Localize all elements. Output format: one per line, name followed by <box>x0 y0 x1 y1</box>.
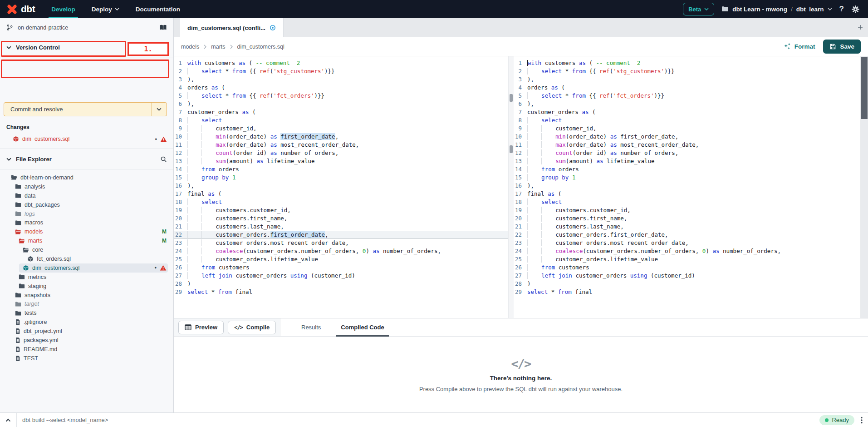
scrollbar-thumb[interactable] <box>510 145 513 153</box>
code-line[interactable]: 16), <box>174 182 508 190</box>
code-line[interactable]: 10 min(order_date) as first_order_date, <box>514 133 860 141</box>
tree-item-packages-yml[interactable]: packages.yml <box>11 336 168 345</box>
nav-develop[interactable]: Develop <box>43 0 83 18</box>
save-button[interactable]: Save <box>823 40 861 54</box>
code-line[interactable]: 7customer_orders as ( <box>514 108 860 116</box>
editor-left-scrollbar[interactable] <box>508 56 514 318</box>
tree-item-analysis[interactable]: analysis <box>11 182 168 191</box>
breadcrumb-item[interactable]: marts <box>211 44 225 50</box>
tree-item-metrics[interactable]: metrics <box>15 273 168 282</box>
scrollbar-thumb[interactable] <box>861 57 868 119</box>
beta-button[interactable]: Beta <box>683 3 714 15</box>
tree-item-target[interactable]: target <box>11 299 168 308</box>
code-line[interactable]: 24 coalesce(customer_orders.number_of_or… <box>174 247 508 255</box>
settings-gear-icon[interactable] <box>851 5 860 14</box>
code-line[interactable]: 21 customers.last_name, <box>514 223 860 231</box>
code-line[interactable]: 10 min(order_date) as first_order_date, <box>174 133 508 141</box>
tree-item-dbt-learn-on-demand[interactable]: dbt-learn-on-demand <box>7 173 168 182</box>
commit-dropdown-toggle[interactable] <box>151 103 167 116</box>
code-line[interactable]: 6), <box>514 100 860 108</box>
tree-item-snapshots[interactable]: snapshots <box>11 291 168 300</box>
code-line[interactable]: 12 count(order_id) as number_of_orders, <box>514 149 860 157</box>
code-line[interactable]: 2 select * from {{ ref('stg_customers')}… <box>174 67 508 75</box>
code-line[interactable]: 1with customers as ( -- comment 2 <box>174 59 508 67</box>
code-line[interactable]: 8 select <box>174 116 508 124</box>
code-line[interactable]: 29select * from final <box>174 288 508 296</box>
editor-pane-right[interactable]: 1with customers as ( -- comment 22 selec… <box>514 56 860 318</box>
command-input[interactable]: dbt build --select <model_name> <box>22 417 108 423</box>
code-line[interactable]: 28) <box>514 280 860 288</box>
code-line[interactable]: 12 count(order_id) as number_of_orders, <box>174 149 508 157</box>
code-line[interactable]: 14 from orders <box>174 165 508 174</box>
code-line[interactable]: 9 customer_id, <box>174 124 508 133</box>
code-line[interactable]: 14 from orders <box>514 165 860 174</box>
code-line[interactable]: 17final as ( <box>514 190 860 198</box>
nav-documentation[interactable]: Documentation <box>128 0 188 18</box>
code-line[interactable]: 19 customers.customer_id, <box>514 206 860 214</box>
tree-item-dbt-packages[interactable]: dbt_packages <box>11 200 168 209</box>
code-line[interactable]: 21 customers.last_name, <box>174 223 508 231</box>
dbt-logo[interactable]: dbt <box>0 4 43 15</box>
chevron-up-icon[interactable] <box>5 418 11 422</box>
code-line[interactable]: 24 coalesce(customer_orders.number_of_or… <box>514 247 860 255</box>
code-line[interactable]: 18 select <box>514 198 860 206</box>
preview-button[interactable]: Preview <box>178 321 224 334</box>
new-tab-plus-icon[interactable] <box>857 24 863 30</box>
scrollbar-thumb[interactable] <box>510 94 513 102</box>
format-button[interactable]: Format <box>783 43 815 50</box>
tree-item-readme-md[interactable]: README.md <box>11 345 168 354</box>
code-line[interactable]: 7customer_orders as ( <box>174 108 508 116</box>
code-line[interactable]: 25 customer_orders.lifetime_value <box>174 255 508 263</box>
code-line[interactable]: 13 sum(amount) as lifetime_value <box>514 157 860 165</box>
branch-selector[interactable]: on-demand-practice <box>0 18 173 37</box>
code-line[interactable]: 29select * from final <box>514 288 860 296</box>
code-line[interactable]: 25 customer_orders.lifetime_value <box>514 255 860 263</box>
code-line[interactable]: 5 select * from {{ ref('fct_orders')}} <box>514 92 860 100</box>
code-line[interactable]: 27 left join customer_orders using (cust… <box>174 272 508 280</box>
code-line[interactable]: 22 customer_orders.first_order_date, <box>174 231 508 239</box>
nav-deploy[interactable]: Deploy <box>83 0 128 18</box>
code-line[interactable]: 15 group by 1 <box>514 174 860 182</box>
code-line[interactable]: 11 max(order_date) as most_recent_order_… <box>174 141 508 149</box>
code-line[interactable]: 20 customers.first_name, <box>174 214 508 223</box>
code-line[interactable]: 26 from customers <box>174 263 508 272</box>
compile-button[interactable]: </> Compile <box>228 321 276 334</box>
commit-and-resolve-button[interactable]: Commit and resolve <box>4 102 167 116</box>
tree-item-marts[interactable]: martsM <box>15 236 168 245</box>
tree-item-dbt-project-yml[interactable]: dbt_project.yml <box>11 327 168 336</box>
code-line[interactable]: 11 max(order_date) as most_recent_order_… <box>514 141 860 149</box>
tree-item-core[interactable]: core <box>19 245 168 254</box>
code-line[interactable]: 18 select <box>174 198 508 206</box>
tree-item--gitignore[interactable]: .gitignore <box>11 318 168 327</box>
code-line[interactable]: 4orders as ( <box>174 84 508 92</box>
tree-item-tests[interactable]: tests <box>11 308 168 318</box>
code-line[interactable]: 20 customers.first_name, <box>514 214 860 223</box>
editor-pane-left[interactable]: 1with customers as ( -- comment 22 selec… <box>174 56 508 318</box>
code-line[interactable]: 3), <box>514 75 860 84</box>
tree-item-staging[interactable]: staging <box>15 282 168 291</box>
version-control-header[interactable]: Version Control <box>0 37 173 58</box>
tree-item-macros[interactable]: macros <box>11 218 168 227</box>
tree-item-dim-customers-sql[interactable]: dim_customers.sql• <box>19 263 168 273</box>
code-line[interactable]: 4orders as ( <box>514 84 860 92</box>
code-line[interactable]: 15 group by 1 <box>174 174 508 182</box>
editor-right-scrollbar[interactable] <box>860 56 868 318</box>
code-line[interactable]: 17final as ( <box>174 190 508 198</box>
kebab-menu-icon[interactable] <box>861 417 863 424</box>
tree-item-test[interactable]: TEST <box>11 354 168 363</box>
code-line[interactable]: 8 select <box>514 116 860 124</box>
tree-item-logs[interactable]: logs <box>11 209 168 218</box>
code-line[interactable]: 6), <box>174 100 508 108</box>
tree-item-models[interactable]: modelsM <box>11 227 168 236</box>
file-explorer-header[interactable]: File Explorer <box>0 149 173 169</box>
code-line[interactable]: 26 from customers <box>514 263 860 272</box>
code-line[interactable]: 28) <box>174 280 508 288</box>
code-line[interactable]: 2 select * from {{ ref('stg_customers')}… <box>514 67 860 75</box>
search-icon[interactable] <box>160 156 167 163</box>
code-line[interactable]: 5 select * from {{ ref('fct_orders')}} <box>174 92 508 100</box>
tree-item-data[interactable]: data <box>11 191 168 200</box>
code-line[interactable]: 19 customers.customer_id, <box>174 206 508 214</box>
code-line[interactable]: 23 customer_orders.most_recent_order_dat… <box>174 239 508 247</box>
code-line[interactable]: 13 sum(amount) as lifetime_value <box>174 157 508 165</box>
code-line[interactable]: 27 left join customer_orders using (cust… <box>514 272 860 280</box>
